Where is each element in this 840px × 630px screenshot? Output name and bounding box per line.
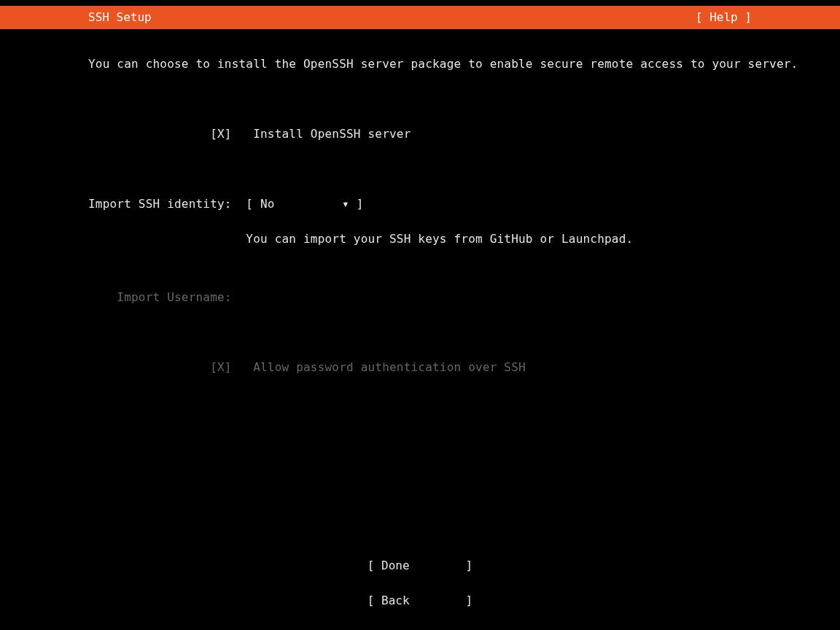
help-button[interactable]: [ Help ]: [696, 12, 752, 23]
allow-password-row: [X] Allow password authentication over S…: [88, 362, 752, 373]
header-bar: SSH Setup [ Help ]: [0, 6, 840, 29]
allow-password-checkbox: [X]: [210, 360, 232, 374]
chevron-down-icon: ▾: [342, 197, 349, 211]
import-identity-select[interactable]: [ No▾ ]: [246, 197, 363, 211]
import-username-row: Import Username:: [88, 292, 752, 303]
import-identity-value: No: [260, 198, 342, 210]
import-identity-label: Import SSH identity:: [88, 197, 232, 211]
allow-password-label: Allow password authentication over SSH: [253, 360, 526, 374]
select-close-bracket: ]: [357, 197, 364, 211]
back-button[interactable]: [ Back ]: [0, 595, 840, 607]
main-content: You can choose to install the OpenSSH se…: [88, 35, 752, 385]
install-openssh-row[interactable]: [X] Install OpenSSH server: [88, 128, 752, 140]
import-identity-helper: You can import your SSH keys from GitHub…: [246, 232, 633, 246]
import-identity-row: Import SSH identity: [ No▾ ]: [88, 198, 752, 210]
install-openssh-label: Install OpenSSH server: [253, 127, 411, 141]
page-title: SSH Setup: [88, 12, 152, 23]
import-username-label: Import Username:: [117, 290, 231, 304]
footer: [ Done ] [ Back ]: [0, 537, 840, 618]
import-identity-helper-row: You can import your SSH keys from GitHub…: [88, 233, 752, 245]
install-openssh-checkbox[interactable]: [X]: [210, 127, 232, 141]
intro-text: You can choose to install the OpenSSH se…: [88, 58, 752, 70]
done-button[interactable]: [ Done ]: [0, 560, 840, 572]
select-open-bracket: [: [246, 197, 253, 211]
